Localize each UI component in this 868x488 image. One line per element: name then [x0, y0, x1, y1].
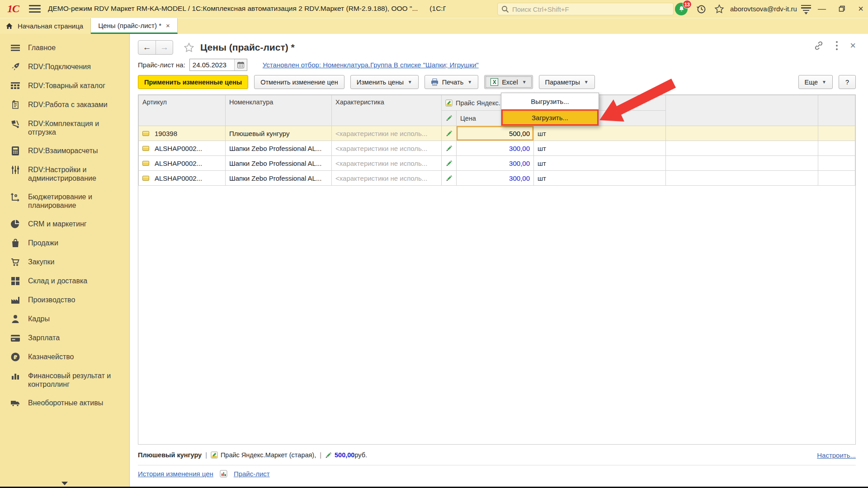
user-email: aborovtsova@rdv-it.ru — [730, 5, 797, 13]
excel-button[interactable]: X Excel▼ — [484, 75, 533, 89]
rocket-icon — [10, 62, 21, 71]
sidebar-item-zakupki[interactable]: Закупки — [0, 253, 129, 272]
caret-down-icon: ▼ — [584, 80, 589, 84]
menu-item-import[interactable]: Загрузить... — [501, 109, 599, 126]
sidebar-item-podklyucheniya[interactable]: RDV:Подключения — [0, 57, 129, 76]
sidebar: Главное RDV:Подключения RDV:Товарный кат… — [0, 34, 130, 488]
close-form-icon[interactable]: × — [850, 41, 856, 50]
menu-item-export[interactable]: Выгрузить... — [501, 93, 599, 109]
sidebar-item-vneoborotnye[interactable]: Внеоборотные активы — [0, 394, 129, 413]
price-cell[interactable]: 300,00 — [457, 171, 534, 186]
search-input[interactable] — [512, 5, 670, 13]
tab-home[interactable]: Начальная страница — [0, 18, 91, 34]
minimize-button[interactable]: — — [813, 0, 831, 18]
apply-prices-button[interactable]: Применить измененные цены — [138, 75, 248, 89]
price-cell[interactable]: 300,00 — [457, 141, 534, 156]
table-row[interactable]: 190398 Плюшевый кунгуру <характеристики … — [139, 126, 855, 141]
history-icon[interactable] — [694, 2, 708, 16]
sidebar-item-komplektatsiya[interactable]: RDV:Комплектация и отгрузка — [0, 114, 129, 141]
price-cell[interactable]: 300,00 — [457, 156, 534, 171]
main-menu-icon[interactable] — [29, 3, 41, 14]
sidebar-item-katalog[interactable]: RDV:Товарный каталог — [0, 76, 129, 95]
planning-axis-icon — [10, 192, 21, 202]
separator: | — [205, 451, 207, 459]
sidebar-label: Кадры — [28, 314, 50, 323]
change-prices-button[interactable]: Изменить цены▼ — [350, 75, 419, 89]
sidebar-item-sklad[interactable]: Склад и доставка — [0, 272, 129, 291]
apply-prices-label: Применить измененные цены — [144, 79, 242, 86]
filter-link[interactable]: Установлен отбор: Номенклатура.Группа В … — [263, 61, 479, 69]
sidebar-item-crm[interactable]: CRM и маркетинг — [0, 215, 129, 234]
print-button[interactable]: Печать▼ — [425, 75, 478, 89]
tab-close-icon[interactable]: × — [166, 22, 170, 29]
forward-button[interactable]: → — [156, 41, 173, 54]
sidebar-item-kaznacheystvo[interactable]: ₽ Казначейство — [0, 347, 129, 366]
notifications-button[interactable]: 13 — [675, 2, 688, 16]
sidebar-label: Внеоборотные активы — [28, 399, 103, 407]
body-row: Главное RDV:Подключения RDV:Товарный кат… — [0, 34, 868, 488]
table-row[interactable]: ALSHAP0002... Шапки Zebo Professional AL… — [139, 141, 855, 156]
sidebar-item-prodazhi[interactable]: Продажи — [0, 234, 129, 253]
bar-chart-icon — [10, 371, 21, 380]
catalog-grid-icon — [10, 81, 21, 90]
more-button[interactable]: Еще▼ — [798, 75, 833, 89]
help-button[interactable]: ? — [839, 75, 856, 89]
cell-articul: ALSHAP0002... — [155, 145, 202, 152]
sidebar-item-byudzhetirovanie[interactable]: Бюджетирование и планирование — [0, 188, 129, 215]
restore-button[interactable] — [833, 0, 851, 18]
sidebar-item-glavnoe[interactable]: Главное — [0, 38, 129, 57]
sidebar-item-kadry[interactable]: Кадры — [0, 310, 129, 328]
order-doc-icon — [10, 100, 21, 109]
sidebar-item-finrezultat[interactable]: Финансовый результат и контроллинг — [0, 366, 129, 394]
col-header-nomenclature[interactable]: Номенклатура — [226, 95, 332, 126]
parameters-button[interactable]: Параметры▼ — [539, 75, 595, 89]
sidebar-label: RDV:Подключения — [28, 62, 91, 71]
svg-text:₽: ₽ — [14, 354, 17, 361]
sidebar-item-zarplata[interactable]: Зарплата — [0, 328, 129, 347]
row-pencil-icon — [442, 156, 457, 171]
col-header-articul[interactable]: Артикул — [139, 95, 226, 126]
search-icon — [501, 5, 509, 13]
cell-unit: шт — [534, 156, 666, 171]
cell-nomenclature: Плюшевый кунгуру — [226, 126, 332, 141]
cell-characteristic: <характеристики не исполь... — [332, 126, 442, 141]
more-actions-kebab-icon[interactable] — [835, 41, 838, 51]
sidebar-label: Главное — [28, 43, 56, 52]
sidebar-label: RDV:Настройки и администрирование — [28, 165, 125, 183]
nav-history-group: ← → — [138, 40, 173, 55]
sidebar-item-zakazy[interactable]: RDV:Работа с заказами — [0, 95, 129, 114]
date-input[interactable] — [190, 59, 234, 70]
cancel-prices-button[interactable]: Отменить изменение цен — [254, 75, 344, 89]
price-list-link[interactable]: Прайс-лист — [234, 470, 270, 478]
tab-home-label: Начальная страница — [18, 22, 83, 30]
col-header-characteristic[interactable]: Характеристика — [332, 95, 442, 126]
price-history-link[interactable]: История изменения цен — [138, 470, 213, 478]
favorite-star-icon[interactable] — [183, 42, 195, 53]
col-header-empty — [818, 95, 855, 126]
favorites-star-icon[interactable] — [712, 2, 726, 16]
calendar-icon[interactable] — [234, 59, 247, 70]
cell-articul: ALSHAP0002... — [155, 160, 202, 167]
global-search[interactable] — [497, 3, 674, 15]
sidebar-item-nastroyki[interactable]: RDV:Настройки и администрирование — [0, 160, 129, 188]
sidebar-item-vzaimoraschety[interactable]: RDV:Взаиморасчеты — [0, 141, 129, 160]
table-row[interactable]: ALSHAP0002... Шапки Zebo Professional AL… — [139, 171, 855, 186]
close-button[interactable]: × — [852, 0, 868, 18]
table-row[interactable]: ALSHAP0002... Шапки Zebo Professional AL… — [139, 156, 855, 171]
user-account[interactable]: aborovtsova@rdv-it.ru — [730, 0, 797, 18]
price-cell-editing[interactable]: 500,00 — [457, 126, 534, 141]
edit-pencil-icon — [442, 111, 457, 126]
sidebar-scroll-down[interactable] — [0, 482, 129, 485]
sidebar-item-proizvodstvo[interactable]: Производство — [0, 291, 129, 310]
tab-prices-label: Цены (прайс-лист) * — [98, 22, 161, 29]
get-link-icon[interactable] — [814, 41, 824, 51]
card-icon — [10, 333, 21, 343]
status-price-type: Прайс Яндекс.Маркет (старая), — [221, 451, 316, 459]
back-button[interactable]: ← — [138, 41, 156, 54]
tab-prices[interactable]: Цены (прайс-лист) * × — [91, 18, 178, 34]
configure-link[interactable]: Настроить... — [817, 451, 856, 459]
change-prices-label: Изменить цены — [357, 79, 404, 86]
printer-icon — [431, 79, 439, 86]
service-menu-icon[interactable] — [799, 2, 813, 16]
print-label: Печать — [442, 79, 464, 86]
